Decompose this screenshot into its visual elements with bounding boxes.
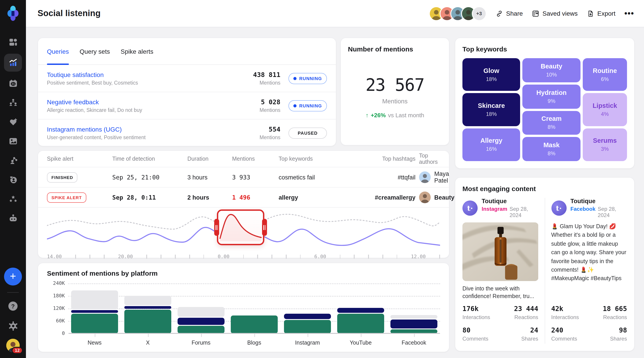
window-left-handle[interactable] [214, 219, 219, 236]
keyword-tile[interactable]: Beauty10% [522, 58, 580, 82]
sidebar-item-analytics[interactable] [4, 54, 22, 72]
top-hashtag[interactable]: #ttqfail [358, 174, 416, 181]
query-row[interactable]: Negative feedbackAllergic reaction, Skin… [38, 92, 336, 119]
x-category-label: Instagram [284, 340, 331, 346]
tab-queries[interactable]: Queries [47, 38, 69, 65]
spike-row[interactable]: SPIKE ALERTSep 28, 0:112 hours1 496aller… [38, 187, 449, 208]
x-category-label: News [71, 340, 118, 346]
query-mentions-unit: Mentions [260, 107, 280, 113]
post-body: 💄 Glam Up Your Day! 💋 Whether it's a bol… [551, 222, 627, 283]
sidebar-item-calendar[interactable]: 31 [5, 76, 20, 91]
keywords-title: Top keywords [462, 45, 627, 53]
export-button[interactable]: Export [586, 10, 616, 17]
app: 31 [0, 0, 644, 358]
bar-segment-negative [124, 306, 171, 308]
sentiment-y-axis: 240K180K120K60K0 [47, 283, 65, 333]
alert-status-badge: FINISHED [47, 172, 109, 182]
keyword-tile[interactable]: Mask8% [522, 137, 580, 161]
keyword-tile[interactable]: Routine6% [583, 58, 627, 91]
sentiment-title: Sentiment of mentions by platform [47, 269, 440, 277]
post-header: t· Toutique Facebook Sep 28, 2024 [551, 198, 627, 218]
query-subtitle: Allergic reaction, Skincare fail, Do not… [47, 107, 142, 113]
axis-tick [382, 254, 383, 258]
keyword-tile[interactable]: Allergy16% [462, 128, 520, 161]
keyword-tile[interactable]: Lipstick4% [583, 93, 627, 126]
sidebar-item-engage[interactable] [5, 114, 20, 129]
sidebar-item-audience[interactable] [5, 172, 20, 187]
author-avatar [419, 171, 431, 183]
top-hashtag[interactable]: #creamallergy [358, 194, 416, 201]
sidebar-item-reviews[interactable] [5, 191, 20, 206]
sentiment-chart: 240K180K120K60K0 NewsXForumsBlogsInstagr… [68, 283, 440, 346]
keyword-tile[interactable]: Cream8% [522, 111, 580, 135]
share-button[interactable]: Share [495, 10, 523, 17]
axis-tick [189, 254, 190, 258]
engagement-title: Most engaging content [462, 185, 627, 192]
saved-views-button[interactable]: Saved views [532, 10, 578, 17]
export-label: Export [597, 10, 616, 17]
queries-panel: QueriesQuery setsSpike alerts Toutique s… [38, 38, 336, 146]
query-title-link[interactable]: Instagram mentions (UGC) [47, 126, 146, 133]
post-caption: Dive into the week with confidence! Reme… [462, 285, 538, 300]
sidebar-nav: 31 [4, 35, 22, 226]
query-subtitle: Positive sentiment, Best buy, Cosmetics [47, 80, 138, 86]
sidebar-item-media[interactable] [5, 133, 20, 149]
bar-segment-neutral [178, 307, 224, 317]
keyword-tile[interactable]: Serums3% [583, 128, 627, 161]
create-new-button[interactable]: + [4, 268, 22, 285]
post-platform[interactable]: Instagram [482, 206, 507, 218]
post-author: Toutique [570, 198, 627, 204]
bar-segment-negative [71, 310, 118, 312]
keyword-tile[interactable]: Skincare18% [462, 93, 520, 126]
post-platform[interactable]: Facebook [570, 206, 596, 218]
post-facebook[interactable]: t· Toutique Facebook Sep 28, 2024 💄 Glam… [544, 198, 627, 344]
sidebar-item-team[interactable] [5, 95, 20, 110]
axis-tick [90, 254, 90, 258]
page-header: Social listening +3 Share Saved views [26, 0, 644, 27]
spike-row[interactable]: FINISHEDSep 25, 21:003 hours3 933cosmeti… [38, 167, 449, 187]
sentiment-panel: Sentiment of mentions by platform 240K18… [38, 263, 450, 352]
sidebar-item-network[interactable] [5, 153, 20, 168]
avatars-overflow-badge[interactable]: +3 [472, 6, 486, 21]
app-logo-icon[interactable] [4, 5, 22, 22]
keyword-tile[interactable]: Glow18% [462, 58, 520, 91]
query-title-link[interactable]: Toutique satisfaction [47, 71, 138, 78]
x-category-label: Blogs [231, 340, 278, 346]
keywords-panel: Top keywords Glow18%Skincare18%Allergy16… [455, 38, 634, 169]
query-title-link[interactable]: Negative feedback [47, 99, 142, 106]
top-author[interactable]: Maya Patel [419, 171, 449, 184]
detection-time: Sep 25, 21:00 [112, 174, 184, 181]
query-mentions: 438 811Mentions [253, 71, 280, 86]
bar-segment-negative [390, 319, 438, 328]
bar-segment-positive [231, 316, 278, 333]
keywords-treemap: Glow18%Skincare18%Allergy16%Beauty10%Hyd… [462, 58, 627, 161]
y-tick-label: 60K [56, 318, 65, 324]
stacked-bar-x [124, 296, 171, 333]
settings-button[interactable] [6, 319, 20, 332]
query-row[interactable]: Toutique satisfactionPositive sentiment,… [38, 65, 336, 92]
post-instagram[interactable]: t· Toutique Instagram Sep 28, 2024 [462, 198, 544, 344]
axis-tick [340, 254, 340, 258]
export-icon [586, 10, 594, 17]
user-avatar[interactable]: 12 [6, 339, 20, 352]
axis-tick [354, 254, 355, 258]
query-row[interactable]: Instagram mentions (UGC)User-generated c… [38, 119, 336, 146]
sidebar-item-dashboard[interactable] [5, 35, 20, 50]
keyword-tile[interactable]: Hydration9% [522, 85, 580, 109]
sidebar-item-bot[interactable] [5, 210, 20, 226]
window-right-handle[interactable] [262, 219, 267, 236]
gear-icon [8, 320, 18, 331]
bar-segment-negative [337, 308, 384, 313]
spike-selection-window[interactable] [217, 209, 264, 245]
bar-segment-neutral [124, 296, 171, 305]
tab-spike-alerts[interactable]: Spike alerts [120, 38, 153, 65]
keyword-percent: 18% [486, 76, 497, 82]
help-button[interactable]: ? [6, 299, 20, 313]
tab-query-sets[interactable]: Query sets [80, 38, 110, 65]
queries-tabs: QueriesQuery setsSpike alerts [38, 38, 336, 65]
sentiment-plot: 240K180K120K60K0 [68, 283, 440, 333]
more-menu-button[interactable]: ••• [624, 9, 634, 18]
detection-time: Sep 28, 0:11 [112, 194, 184, 201]
keyword-percent: 8% [548, 124, 556, 130]
axis-tick [175, 254, 176, 258]
